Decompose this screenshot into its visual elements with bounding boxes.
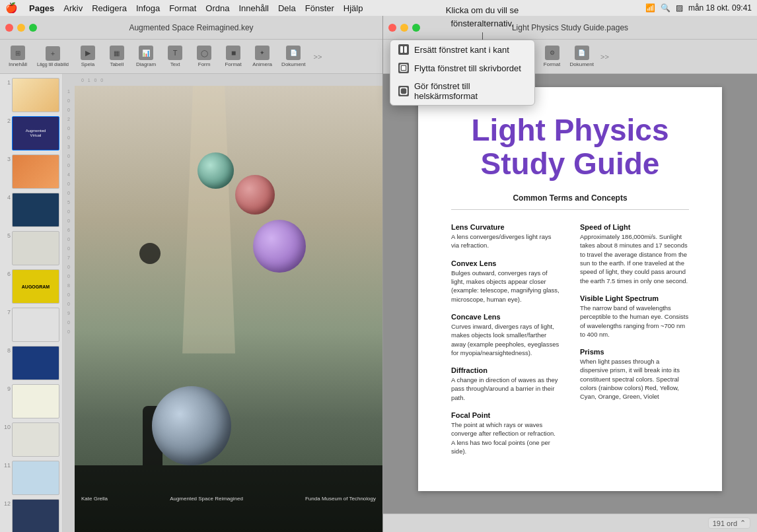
main-slide-area[interactable]: 0 1 0 0 1 0 0 2 0 0 3 0 0 4 0 0 5 0 0 6 … <box>63 74 382 532</box>
slide-thumb-5[interactable] <box>12 231 59 265</box>
wifi-icon: 📶 <box>645 3 655 13</box>
ruler-left: 1 0 0 2 0 0 3 0 0 4 0 0 5 0 0 6 0 0 7 0 <box>63 74 75 532</box>
slide-thumb-2[interactable]: AugmentedVirtual <box>12 116 59 150</box>
document-title: Light Physics Study Guide <box>451 114 689 180</box>
dropdown-label-flytta: Flytta fönstret till skrivbordet <box>414 63 521 73</box>
sphere-purple <box>253 220 306 273</box>
menubar-dela[interactable]: Dela <box>273 3 301 13</box>
menubar-ordna[interactable]: Ordna <box>201 3 234 13</box>
term-visible-light-spectrum: Visible Light Spectrum The narrow band o… <box>580 294 689 339</box>
slide-thumb-8[interactable] <box>12 346 59 380</box>
dropdown-label-helskarm: Gör fönstret till helskärmsformat <box>414 81 526 101</box>
dropdown-item-flytta[interactable]: Flytta fönstret till skrivbordet <box>390 59 534 77</box>
list-item[interactable]: 3 <box>1 153 61 190</box>
slide-thumb-6[interactable]: AUGOGRAM <box>12 269 59 304</box>
svg-rect-0 <box>400 46 403 53</box>
doc-right-column: Speed of Light Approximately 186,000mi/s… <box>580 223 689 465</box>
word-count-chevron-icon: ⌃ <box>740 519 746 527</box>
list-item[interactable]: 7 <box>1 306 61 343</box>
term-convex-lens: Convex Lens Bulges outward, converges ra… <box>451 259 560 304</box>
toolbar-btn-lagg-till[interactable]: + Lägg till diabilld <box>34 45 71 68</box>
toolbar-chevron-icon[interactable]: >> <box>312 51 324 62</box>
minimize-button[interactable] <box>17 24 25 32</box>
slide-canvas: Kate Grella Augmented Space Reimagined F… <box>75 86 382 532</box>
toolbar-btn-innehall[interactable]: ⊞ Innehåll <box>5 44 30 69</box>
toolbar-btn-tabell[interactable]: ▦ Tabell <box>104 44 129 69</box>
caption-center: Augmented Space Reimagined <box>170 496 243 502</box>
pages-statusbar: 191 ord ⌃ <box>383 514 757 532</box>
list-item[interactable]: 4 <box>1 191 61 228</box>
tooltip-text: Klicka om du vill sefönsteralternativ. <box>383 4 581 30</box>
list-item[interactable]: 2 AugmentedVirtual <box>1 115 61 152</box>
list-item[interactable]: 1 <box>1 77 61 114</box>
slide-thumb-11[interactable] <box>12 461 59 495</box>
slide-thumb-7[interactable] <box>12 308 59 342</box>
menubar-format[interactable]: Format <box>164 3 201 13</box>
toolbar-btn-spela[interactable]: ▶ Spela <box>75 44 100 69</box>
slide-thumb-3[interactable] <box>12 154 59 189</box>
dropdown-item-kant-i-kant[interactable]: Ersätt fönstret kant i kant <box>390 40 534 59</box>
keynote-window: Augmented Space Reimagined.key ⊞ Innehål… <box>0 16 383 532</box>
keynote-titlebar: Augmented Space Reimagined.key <box>0 16 382 40</box>
list-item[interactable]: 6 AUGOGRAM <box>1 268 61 305</box>
svg-rect-1 <box>404 46 407 53</box>
slide-caption-bar: Kate Grella Augmented Space Reimagined F… <box>75 465 382 532</box>
menubar-infoga[interactable]: Infoga <box>131 3 164 13</box>
dropdown-item-helskarm[interactable]: Gör fönstret till helskärmsformat <box>390 77 534 105</box>
menubar-hjalp[interactable]: Hjälp <box>339 3 368 13</box>
pages-toolbar-chevron-icon[interactable]: >> <box>599 51 610 62</box>
search-icon[interactable]: 🔍 <box>661 3 670 13</box>
document-subtitle: Common Terms and Concepts <box>451 193 689 203</box>
term-focal-point: Focal Point The point at which rays or w… <box>451 411 560 455</box>
document-columns: Lens Curvature A lens converges/diverges… <box>451 223 689 465</box>
pages-document: Light Physics Study Guide Common Terms a… <box>418 87 722 491</box>
menubar-fonster[interactable]: Fönster <box>301 3 339 13</box>
ruler-top: 0 1 0 0 <box>75 74 382 86</box>
traffic-lights <box>5 24 37 32</box>
term-lens-curvature: Lens Curvature A lens converges/diverges… <box>451 223 560 250</box>
menubar-pages[interactable]: Pages <box>24 3 59 13</box>
menubar-arkiv[interactable]: Arkiv <box>59 3 87 13</box>
list-item[interactable]: 9 <box>1 383 61 420</box>
datetime-display: mån 18 okt. 09:41 <box>688 3 752 13</box>
toolbar-btn-format[interactable]: ◼ Format <box>221 44 246 69</box>
keynote-body: 1 2 AugmentedVirtual 3 4 5 <box>0 74 382 532</box>
list-item[interactable]: 12 <box>1 498 61 532</box>
toolbar-btn-animera[interactable]: ✦ Animera <box>250 44 275 69</box>
slide-thumb-4[interactable] <box>12 193 59 227</box>
term-prisms: Prisms When light passes through a dispe… <box>580 348 689 401</box>
toolbar-btn-dokument[interactable]: 📄 Dokument <box>279 44 308 69</box>
term-diffraction: Diffraction A change in direction of wav… <box>451 366 560 402</box>
sphere-teal <box>152 386 231 465</box>
fullscreen-icon <box>398 86 409 96</box>
word-count-text: 191 ord <box>713 519 737 527</box>
close-button[interactable] <box>5 24 13 32</box>
term-concave-lens: Concave Lens Curves inward, diverges ray… <box>451 313 560 357</box>
document-divider <box>451 209 689 210</box>
apple-menu-icon[interactable]: 🍎 <box>5 2 18 14</box>
slide-thumb-12[interactable] <box>12 499 59 532</box>
word-count-badge[interactable]: 191 ord ⌃ <box>708 517 750 529</box>
term-speed-of-light: Speed of Light Approximately 186,000mi/s… <box>580 223 689 285</box>
list-item[interactable]: 5 <box>1 230 61 267</box>
battery-icon: ▨ <box>676 3 683 13</box>
doc-left-column: Lens Curvature A lens converges/diverges… <box>451 223 560 465</box>
list-item[interactable]: 11 <box>1 459 61 496</box>
slide-thumb-1[interactable] <box>12 78 59 112</box>
sphere-red <box>235 175 275 215</box>
menubar-right: 📶 🔍 ▨ mån 18 okt. 09:41 <box>645 3 752 13</box>
caption-right: Funda Museum of Technology <box>305 496 376 502</box>
zoom-button[interactable] <box>29 24 37 32</box>
slide-thumb-10[interactable] <box>12 422 59 457</box>
dropdown-menu: Ersätt fönstret kant i kant Flytta fönst… <box>390 40 535 106</box>
list-item[interactable]: 8 <box>1 345 61 382</box>
menubar-redigera[interactable]: Redigera <box>87 3 131 13</box>
list-item[interactable]: 10 <box>1 421 61 458</box>
menubar-innehall[interactable]: Innehåll <box>234 3 273 13</box>
slide-panel: 1 2 AugmentedVirtual 3 4 5 <box>0 74 63 532</box>
keynote-toolbar: ⊞ Innehåll + Lägg till diabilld ▶ Spela … <box>0 40 382 74</box>
toolbar-btn-form[interactable]: ◯ Form <box>192 44 217 69</box>
slide-thumb-9[interactable] <box>12 384 59 418</box>
toolbar-btn-text[interactable]: T Text <box>162 44 188 69</box>
toolbar-btn-diagram[interactable]: 📊 Diagram <box>133 44 159 69</box>
